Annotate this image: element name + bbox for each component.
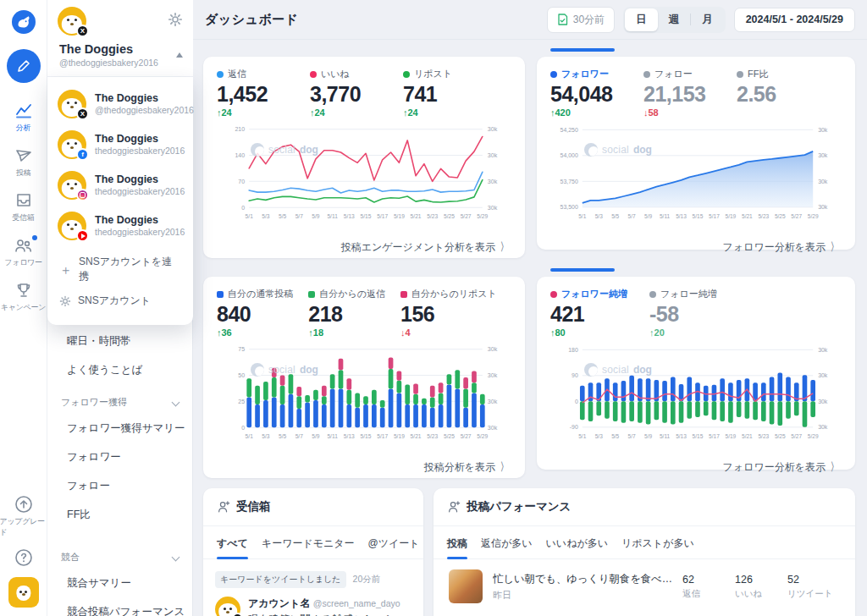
compose-button[interactable]	[7, 49, 41, 83]
svg-text:5/19: 5/19	[394, 213, 405, 219]
perf-tab-posts[interactable]: 投稿	[447, 536, 467, 558]
menu-item-weekday-timeband[interactable]: 曜日・時間帯	[47, 327, 192, 355]
rail-item-followers[interactable]: フォロワー	[0, 236, 47, 268]
performance-tabs: 投稿 返信が多い いいねが多い リポストが多い	[434, 526, 855, 559]
stat-follow-net-increase[interactable]: フォロー純増 -58 ↑20	[649, 288, 721, 338]
stat-follows[interactable]: フォロー 21,153 ↓58	[643, 68, 715, 118]
svg-text:50: 50	[238, 372, 245, 378]
tab-day[interactable]: 日	[625, 8, 658, 31]
perf-tab-most-likes[interactable]: いいねが多い	[546, 536, 608, 558]
send-icon	[14, 146, 33, 165]
chevron-right-icon: 〉	[831, 459, 838, 475]
menu-item-frequent-words[interactable]: よく使うことば	[47, 355, 192, 384]
svg-text:5/21: 5/21	[742, 213, 753, 219]
stat-own-replies[interactable]: 自分からの返信 218 ↑18	[308, 288, 385, 338]
rail-bottom: アップグレード	[0, 495, 47, 616]
inbox-tabs: すべて キーワードモニター @ツイート	[203, 526, 423, 559]
sns-accounts-button[interactable]: SNSアカウント	[47, 292, 193, 316]
follower-analysis-link[interactable]: フォロワー分析を表示〉	[550, 236, 842, 258]
rail-item-inbox[interactable]: 受信箱	[0, 191, 47, 223]
rail-item-campaign[interactable]: キャンペーン	[0, 281, 47, 313]
inbox-tab-all[interactable]: すべて	[217, 536, 248, 558]
svg-text:5/27: 5/27	[791, 433, 802, 439]
tab-week[interactable]: 週	[658, 8, 691, 31]
dog-app-icon[interactable]	[8, 577, 39, 608]
legend-square	[308, 291, 315, 298]
stat-replies[interactable]: 返信 1,452 ↑24	[217, 68, 288, 118]
inbox-tab-keyword-monitor[interactable]: キーワードモニター	[262, 536, 355, 558]
svg-text:5/15: 5/15	[361, 213, 372, 219]
inbox-tab-mentions[interactable]: @ツイート	[368, 536, 420, 558]
svg-text:0: 0	[241, 425, 245, 431]
post-row[interactable]: 忙しい朝でも、ゆっくり朝食を食べたい…! そんな夢を… 昨日 62返信 126い…	[434, 559, 855, 613]
account-option-youtube[interactable]: The Doggiesthedoggiesbakery2016	[47, 206, 193, 246]
svg-text:30k: 30k	[818, 372, 828, 378]
engagement-analysis-link[interactable]: 投稿エンゲージメント分析を表示〉	[217, 236, 511, 258]
menu-section-follower-acquisition[interactable]: フォロワー獲得	[47, 384, 192, 414]
gear-icon[interactable]	[168, 12, 183, 27]
svg-text:5/11: 5/11	[660, 433, 671, 439]
socialdog-logo[interactable]	[10, 8, 37, 36]
date-range-picker[interactable]: 2024/5/1 - 2024/5/29	[734, 8, 855, 32]
svg-text:5/5: 5/5	[611, 213, 619, 219]
svg-text:30k: 30k	[488, 372, 498, 378]
inbox-tweet[interactable]: X アカウント名 @screen_name_dayo 現在建築に関する雑感とおい…	[203, 595, 423, 616]
legend-dot	[649, 291, 656, 298]
svg-text:5/15: 5/15	[361, 433, 372, 439]
menu-item-followers[interactable]: フォロワー	[47, 443, 192, 471]
help-button[interactable]	[0, 548, 47, 567]
menu-item-competitor-post-performance[interactable]: 競合投稿パフォーマンス	[47, 597, 192, 616]
stat-reposts[interactable]: リポスト 741 ↑24	[403, 68, 474, 118]
posts-card: 自分の通常投稿 840 ↑36 自分からの返信 218 ↑18 自分からのリポス…	[203, 268, 525, 478]
svg-text:5/19: 5/19	[394, 433, 405, 439]
svg-text:5/19: 5/19	[726, 213, 737, 219]
stat-likes[interactable]: いいね 3,770 ↑24	[310, 68, 381, 118]
svg-text:30k: 30k	[818, 399, 828, 404]
svg-text:5/21: 5/21	[411, 433, 422, 439]
account-name-row[interactable]: The Doggies @thedoggiesbakery2016	[47, 41, 193, 77]
menu-section-competitors[interactable]: 競合	[47, 539, 192, 569]
svg-text:25: 25	[238, 399, 245, 404]
stat-ff-ratio[interactable]: FF比 2.56	[737, 68, 808, 118]
perf-tab-most-replies[interactable]: 返信が多い	[481, 536, 533, 558]
account-avatar[interactable]: X	[58, 7, 86, 36]
svg-text:-90: -90	[570, 424, 578, 430]
perf-tab-most-reposts[interactable]: リポストが多い	[621, 536, 694, 558]
stat-own-reposts[interactable]: 自分からのリポスト 156 ↓4	[400, 288, 497, 338]
chevron-right-icon: 〉	[831, 239, 838, 255]
svg-text:5/21: 5/21	[742, 433, 753, 439]
svg-text:5/13: 5/13	[344, 213, 355, 219]
account-avatar: f	[58, 130, 86, 159]
follower-analysis-link[interactable]: フォロワー分析を表示〉	[550, 456, 842, 478]
svg-text:54,250: 54,250	[561, 127, 578, 133]
rail-item-analytics[interactable]: 分析	[0, 102, 47, 134]
stat-follower-net-increase[interactable]: フォロワー純増 421 ↑80	[550, 288, 627, 338]
svg-text:5/9: 5/9	[312, 433, 320, 439]
svg-text:5/25: 5/25	[444, 213, 455, 219]
menu-item-follows[interactable]: フォロー	[47, 471, 192, 500]
post-analysis-link[interactable]: 投稿分析を表示〉	[217, 456, 511, 478]
facebook-badge-icon: f	[76, 148, 89, 161]
tab-month[interactable]: 月	[691, 8, 724, 31]
link-sns-account-button[interactable]: ＋ SNSアカウントを連携	[47, 246, 193, 292]
svg-text:5/1: 5/1	[578, 213, 586, 219]
upgrade-button[interactable]: アップグレード	[0, 495, 47, 538]
stat-normal-posts[interactable]: 自分の通常投稿 840 ↑36	[217, 288, 293, 338]
svg-text:90: 90	[572, 372, 578, 378]
menu-item-competitor-summary[interactable]: 競合サマリー	[47, 569, 192, 597]
card-tab-indicator	[550, 268, 615, 272]
svg-text:5/11: 5/11	[327, 213, 338, 219]
account-option-x[interactable]: X The Doggies@thedoggiesbakery2016	[47, 84, 193, 124]
rail-item-posts[interactable]: 投稿	[0, 146, 47, 179]
svg-text:140: 140	[235, 152, 245, 158]
svg-text:5/1: 5/1	[246, 213, 254, 219]
menu-item-ff-ratio[interactable]: FF比	[47, 500, 192, 529]
account-option-instagram[interactable]: The Doggiesthedoggiesbakery2016	[47, 165, 193, 206]
svg-text:5/9: 5/9	[644, 433, 652, 439]
last-updated-button[interactable]: 30分前	[547, 7, 615, 33]
account-option-facebook[interactable]: f The Doggiesthedoggiesbakery2016	[47, 124, 193, 165]
svg-text:5/3: 5/3	[595, 213, 603, 219]
stat-followers[interactable]: フォロワー 54,048 ↑420	[550, 68, 621, 118]
menu-item-follower-summary[interactable]: フォロワー獲得サマリー	[47, 414, 192, 443]
account-dropdown: X The Doggies@thedoggiesbakery2016 f The…	[47, 77, 193, 325]
